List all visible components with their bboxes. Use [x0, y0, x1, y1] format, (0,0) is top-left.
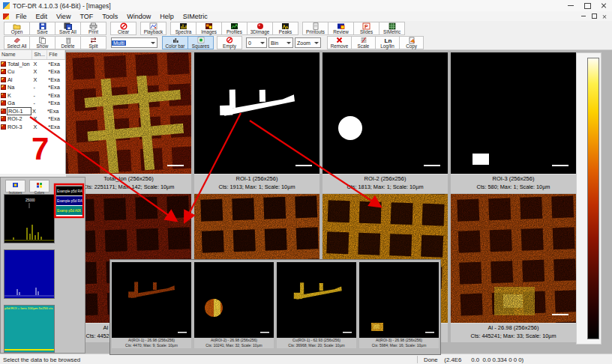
list-row-roi-2[interactable]: ROI-2X*Exa: [0, 115, 65, 124]
bin-dropdown[interactable]: Bin: [268, 37, 293, 48]
popup-image-al-roi-2[interactable]: [194, 262, 274, 338]
maximize-icon: [584, 3, 591, 9]
printouts-button[interactable]: Printouts: [302, 22, 328, 35]
column-share[interactable]: Sh...: [32, 50, 47, 59]
spectrum-thumbnail-blue[interactable]: [4, 249, 55, 299]
colors-icon: [36, 178, 43, 191]
popup-panel-al-roi-2: Al(ROI-2) - 26.98 (256x256) Cts: 10241; …: [194, 262, 274, 348]
simetric-button[interactable]: SIMetric: [379, 22, 405, 35]
close-icon: [602, 14, 607, 19]
image-total-ion[interactable]: [66, 52, 191, 174]
image-roi-1[interactable]: [194, 52, 320, 174]
zoom-value: Zoom: [296, 40, 312, 46]
isotopes-icon: [12, 178, 19, 191]
legend-item[interactable]: Examp p5d A06: [56, 206, 83, 216]
popup-caption: Cu(ROI-1) - 62.93 (256x256) Cts: 36968; …: [277, 338, 356, 348]
menu-view[interactable]: View: [52, 13, 75, 20]
copy-button[interactable]: Copy: [399, 36, 424, 49]
slides-button[interactable]: PSlides: [353, 22, 380, 35]
menu-tools[interactable]: Tools: [98, 13, 122, 20]
open-button[interactable]: Open: [4, 22, 30, 35]
delete-button[interactable]: Delete: [55, 36, 81, 49]
button-label: Remove: [331, 43, 348, 49]
list-row-total-ion[interactable]: Total_IonX*Exa: [0, 60, 65, 68]
print-button[interactable]: Print: [80, 22, 106, 35]
close-button[interactable]: [596, 0, 612, 11]
isotopes-button[interactable]: Isotopes: [5, 180, 26, 192]
show-button[interactable]: Show: [29, 36, 56, 49]
row-file: *Exa: [46, 108, 64, 115]
image-roi-2[interactable]: [322, 52, 448, 174]
chevron-down-icon: [149, 42, 157, 44]
3dimage-button[interactable]: 3DImage: [247, 22, 273, 35]
scale-button[interactable]: Scale: [351, 36, 376, 49]
list-row-roi-3[interactable]: ROI-3X*Exa: [0, 123, 65, 131]
list-row-k[interactable]: K-*Exa: [0, 91, 65, 100]
split-button[interactable]: Split: [80, 36, 106, 49]
main-toolbar: Open Save Save All Print Clear Playback …: [0, 21, 612, 37]
child-minimize-button[interactable]: [578, 11, 589, 21]
list-row-cu[interactable]: CuX*Exa: [0, 68, 65, 76]
row-name-edit-field[interactable]: ROI-1: [7, 107, 32, 115]
log-lin-button[interactable]: LnLog/lin: [375, 36, 400, 49]
index-dropdown[interactable]: 0: [246, 37, 267, 48]
color-bar-toggle[interactable]: Color bar: [162, 36, 188, 49]
images-button[interactable]: Images: [196, 22, 222, 35]
save-button[interactable]: Save: [29, 22, 56, 35]
list-row-roi-1[interactable]: ROI-1X*Exa: [0, 107, 65, 115]
column-name[interactable]: Name: [0, 50, 32, 59]
save-all-icon: [64, 22, 72, 29]
peaks-icon: [281, 22, 290, 29]
zoom-dropdown[interactable]: Zoom: [295, 37, 321, 48]
roi-images-window: Al(ROI-1) - 26.98 (256x256) Cts: 4470; M…: [110, 259, 441, 355]
child-close-button[interactable]: [599, 11, 610, 21]
menu-help[interactable]: Help: [155, 13, 178, 20]
spectrum-thumbnail-teal[interactable]: p5d ROI + Ions 100µm 5x256 cts: [4, 305, 55, 353]
dataset-icon: [1, 124, 6, 130]
legend-item[interactable]: Example p5d RAW: [56, 196, 83, 206]
dataset-icon: [1, 93, 6, 98]
minimize-button[interactable]: [562, 0, 579, 11]
status-bar: Select the data to be browsed Done (2.4E…: [0, 354, 612, 364]
child-restore-button[interactable]: [589, 11, 599, 21]
popup-image-al-roi-1[interactable]: [112, 262, 191, 338]
row-share: -: [33, 100, 48, 106]
popup-image-al-roi-3[interactable]: [359, 262, 439, 338]
menu-window[interactable]: Window: [122, 13, 155, 20]
menu-simetric[interactable]: SIMetric: [178, 13, 212, 20]
column-file[interactable]: File: [47, 50, 65, 59]
display-mode-dropdown[interactable]: Multi: [111, 37, 158, 48]
colors-button[interactable]: Colors: [29, 180, 50, 192]
menu-tof[interactable]: TOF: [75, 13, 98, 20]
spectrum-thumbnail-black[interactable]: 25000: [4, 194, 55, 243]
list-row-ga[interactable]: Ga-*Exa: [0, 100, 65, 108]
playback-button[interactable]: Playback: [140, 22, 166, 35]
empty-button[interactable]: Empty: [217, 36, 242, 49]
spectra-button[interactable]: Spectra: [170, 22, 196, 35]
review-button[interactable]: Review: [328, 22, 354, 35]
peaks-button[interactable]: Peaks: [272, 22, 298, 35]
legend-item[interactable]: Example p5d RAW: [56, 186, 83, 196]
dataset-icon: [1, 116, 6, 121]
image-roi-3[interactable]: [451, 52, 576, 174]
image-al-map-4[interactable]: [451, 194, 576, 323]
remove-button[interactable]: Remove: [327, 36, 352, 49]
save-all-button[interactable]: Save All: [55, 22, 81, 35]
menu-edit[interactable]: Edit: [32, 13, 52, 20]
pages-icon: [38, 37, 46, 43]
button-label: Log/lin: [380, 43, 394, 49]
popup-panel-al-roi-1: Al(ROI-1) - 26.98 (256x256) Cts: 4470; M…: [112, 262, 191, 348]
button-label: Split: [88, 43, 98, 49]
select-all-button[interactable]: Select All: [4, 36, 30, 49]
button-label: Save: [37, 29, 47, 34]
maximize-button[interactable]: [579, 0, 596, 11]
profiles-button[interactable]: Profiles: [221, 22, 248, 35]
popup-image-cu-roi-1[interactable]: [277, 262, 356, 338]
list-row-na[interactable]: Na-*Exa: [0, 84, 65, 92]
list-row-al[interactable]: AlX*Exa: [0, 76, 65, 84]
menu-file[interactable]: File: [11, 13, 32, 20]
button-label: Show: [37, 43, 49, 49]
squares-toggle[interactable]: Squares: [188, 36, 214, 49]
clear-button[interactable]: Clear: [110, 22, 136, 35]
row-share: X: [32, 108, 46, 115]
